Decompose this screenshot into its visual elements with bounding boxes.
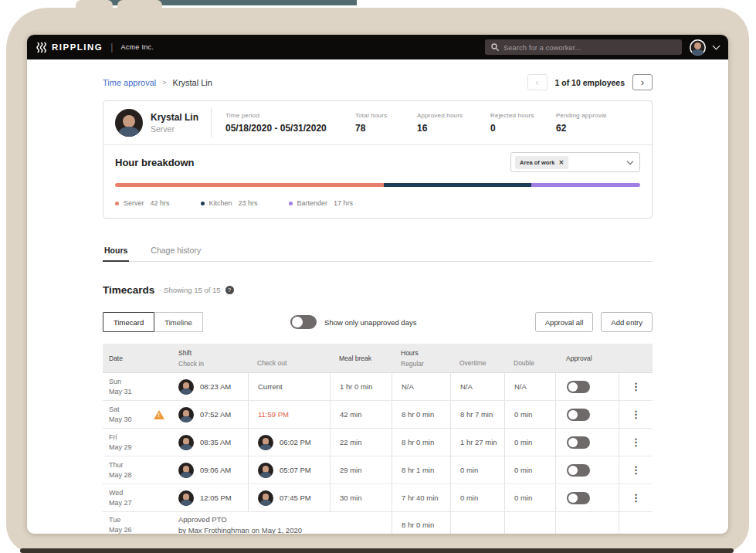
- kebab-menu-icon[interactable]: ⋮: [631, 381, 641, 392]
- pto-approver: by Max Frothinghman on May 1, 2020: [178, 526, 392, 534]
- chevron-down-icon[interactable]: [713, 42, 720, 50]
- row-actions-cell: ⋮: [619, 401, 653, 428]
- approval-cell: [555, 373, 619, 400]
- double-hours-cell: 0 min: [504, 456, 555, 483]
- check-in-cell: 08:23 AM: [171, 373, 248, 400]
- stat-time-period: Time period 05/18/2020 - 05/31/2020: [225, 112, 355, 134]
- approval-toggle[interactable]: [567, 464, 590, 477]
- regular-hours-cell: 8 hr 1 min: [392, 456, 450, 483]
- date-cell: ThurMay 28: [103, 456, 171, 483]
- unapproved-days-toggle-label: Show only unapproved days: [324, 318, 416, 327]
- area-of-work-dropdown[interactable]: Area of work ✕: [510, 152, 640, 172]
- avatar: [258, 435, 273, 450]
- tab-hours[interactable]: Hours: [103, 246, 129, 262]
- overtime-cell: 0 min: [450, 484, 504, 511]
- avatar: [178, 490, 194, 506]
- device-frame-edge: [20, 548, 734, 553]
- stat-rejected-hours: Rejected hours 0: [490, 112, 556, 134]
- hour-breakdown-title: Hour breakdown: [115, 157, 195, 168]
- overtime-cell: 8 hr 7 min: [450, 401, 504, 428]
- header-overtime: Overtime: [450, 359, 504, 372]
- row-actions-cell: ⋮: [619, 456, 653, 483]
- next-employee-button[interactable]: ›: [632, 74, 653, 90]
- legend-dot: [201, 202, 205, 205]
- breadcrumb-current: Krystal Lin: [173, 78, 212, 87]
- row-actions-cell: ⋮: [619, 429, 653, 456]
- regular-hours-cell: 8 hr 0 min: [392, 401, 450, 428]
- meal-break-cell: 30 min: [330, 484, 392, 511]
- row-actions-cell: ⋮: [619, 484, 653, 511]
- check-out-cell: 07:45 PM: [248, 484, 330, 511]
- search-input[interactable]: [503, 43, 676, 52]
- kebab-menu-icon[interactable]: ⋮: [631, 492, 641, 504]
- approval-toggle[interactable]: [567, 409, 590, 421]
- approval-cell: [555, 401, 619, 428]
- bar-segment-kitchen: [384, 183, 531, 187]
- add-entry-button[interactable]: Add entry: [601, 312, 653, 332]
- pto-cell: Approved PTO by Max Frothinghman on May …: [171, 512, 392, 534]
- user-avatar[interactable]: [690, 39, 706, 56]
- approval-cell: [555, 512, 619, 534]
- employee-name: Krystal Lin: [151, 112, 198, 123]
- double-hours-cell: 0 min: [504, 401, 555, 428]
- topbar-divider: |: [110, 42, 113, 53]
- legend-item-bartender: Bartender 17 hrs: [289, 199, 354, 207]
- stat-approved-hours: Approved hours 16: [417, 112, 490, 134]
- approval-toggle[interactable]: [567, 492, 590, 504]
- regular-hours-cell: N/A: [392, 373, 450, 400]
- header-hours-regular: Hours Regular: [392, 349, 450, 368]
- header-shift-checkin: Shift Check in: [171, 349, 248, 368]
- timeline-view-button[interactable]: Timeline: [154, 312, 203, 332]
- app-window: RIPPLING | Acme Inc.: [27, 35, 728, 534]
- breadcrumb-link-time-approval[interactable]: Time approval: [103, 78, 156, 87]
- remove-filter-icon[interactable]: ✕: [558, 159, 564, 166]
- avatar: [258, 490, 273, 506]
- date-cell: SunMay 31: [103, 373, 171, 400]
- meal-break-cell: 22 min: [330, 429, 392, 456]
- unapproved-days-toggle[interactable]: [290, 315, 317, 329]
- approval-toggle[interactable]: [567, 381, 590, 393]
- header-date: Date: [103, 355, 171, 362]
- kebab-menu-icon[interactable]: ⋮: [631, 409, 641, 420]
- regular-hours-cell: 7 hr 40 min: [392, 484, 450, 511]
- timecards-table: Date Shift Check in Check out Meal break…: [103, 344, 653, 534]
- tab-change-history[interactable]: Chage history: [149, 246, 202, 261]
- employee-pager: ‹ 1 of 10 employees ›: [527, 74, 653, 90]
- divider: [103, 144, 652, 145]
- hour-breakdown-legend: Server 42 hrs Kitchen 23 hrs Bartender 1…: [115, 199, 640, 207]
- check-out-cell: Current: [248, 373, 330, 400]
- date-cell: TueMay 26: [103, 512, 171, 534]
- view-switcher: Timecard Timeline: [103, 312, 203, 332]
- check-out-cell: 11:59 PM: [248, 401, 330, 428]
- kebab-menu-icon[interactable]: ⋮: [631, 464, 641, 476]
- date-cell: WedMay 27: [103, 484, 171, 511]
- overtime-cell: [450, 512, 504, 534]
- coworker-search[interactable]: [485, 39, 682, 55]
- timecard-view-button[interactable]: Timecard: [103, 312, 154, 332]
- approval-all-button[interactable]: Approval all: [535, 312, 594, 332]
- legend-dot: [115, 202, 119, 205]
- header-double: Double: [504, 359, 555, 372]
- company-name: Acme Inc.: [120, 43, 154, 51]
- meal-break-cell: 29 min: [330, 456, 392, 483]
- bar-segment-bartender: [531, 183, 640, 187]
- warning-icon[interactable]: [154, 410, 164, 419]
- employee-role: Server: [151, 124, 198, 134]
- double-hours-cell: 0 min: [504, 484, 555, 511]
- divider: [211, 108, 212, 137]
- prev-employee-button[interactable]: ‹: [527, 74, 548, 90]
- check-out-cell: 06:02 PM: [248, 429, 330, 456]
- meal-break-cell: 1 hr 0 min: [330, 373, 392, 400]
- table-row: SatMay 30 07:52 AM 11:59 PM 42 min 8 hr …: [103, 401, 653, 429]
- filter-tag: Area of work ✕: [515, 156, 568, 169]
- pager-label: 1 of 10 employees: [555, 78, 625, 87]
- summary-card: Krystal Lin Server Time period 05/18/202…: [103, 100, 653, 219]
- kebab-menu-icon[interactable]: ⋮: [631, 436, 641, 448]
- stat-pending-approval: Pending approval 62: [556, 112, 633, 134]
- approval-toggle[interactable]: [567, 436, 590, 449]
- top-navbar: RIPPLING | Acme Inc.: [27, 35, 728, 59]
- help-icon[interactable]: ?: [225, 286, 234, 294]
- breadcrumb: Time approval > Krystal Lin: [103, 78, 212, 87]
- row-actions-cell: [619, 512, 653, 534]
- table-row-pto: TueMay 26 Approved PTO by Max Frothinghm…: [103, 512, 653, 534]
